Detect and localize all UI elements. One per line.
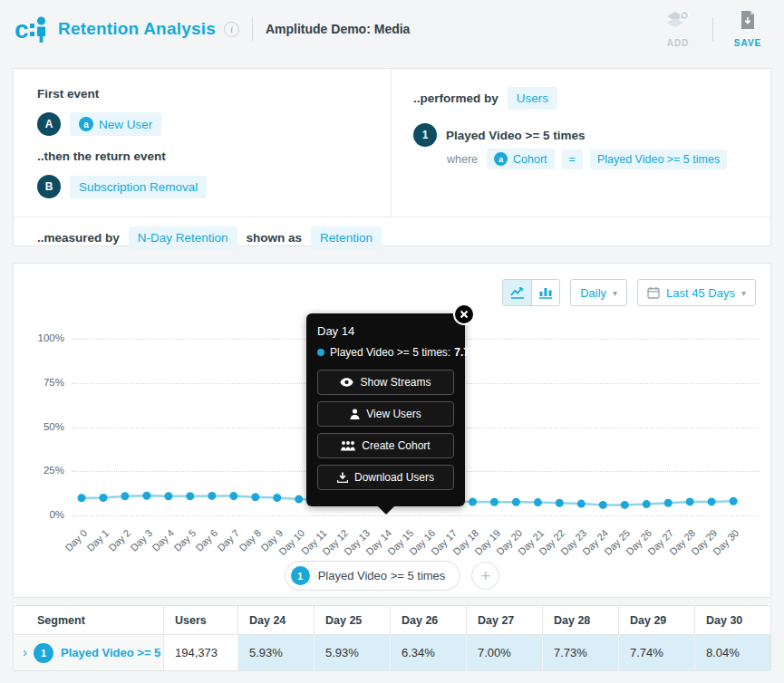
tooltip-title: Day 14 bbox=[317, 324, 454, 338]
chart-panel: Daily ▾ Last 45 Days ▾ 0%25%50%75%100% D… bbox=[13, 263, 771, 598]
segment-section: ..performed by Users 1 Played Video >= 5… bbox=[392, 69, 770, 216]
create-cohort-button[interactable]: Create Cohort bbox=[317, 433, 454, 458]
svg-text:a: a bbox=[498, 155, 504, 164]
segment-cell[interactable]: › 1 Played Video >= 5 t... bbox=[14, 635, 163, 670]
data-point[interactable] bbox=[664, 499, 673, 507]
chevron-down-icon: ▾ bbox=[613, 288, 617, 298]
y-axis-tick-label: 75% bbox=[21, 377, 64, 388]
data-point[interactable] bbox=[730, 497, 738, 505]
column-header-day26: Day 26 bbox=[390, 606, 466, 634]
data-point[interactable] bbox=[229, 492, 237, 500]
data-point[interactable] bbox=[121, 492, 129, 500]
data-point[interactable] bbox=[208, 492, 216, 500]
svg-text:a: a bbox=[83, 120, 89, 130]
date-range-dropdown[interactable]: Last 45 Days ▾ bbox=[637, 279, 756, 306]
interval-dropdown[interactable]: Daily ▾ bbox=[570, 279, 627, 306]
add-series-button[interactable]: + bbox=[471, 562, 499, 590]
users-cell: 194,373 bbox=[163, 635, 237, 670]
data-point[interactable] bbox=[251, 493, 259, 501]
x-axis-tick-label: Day 2 bbox=[107, 527, 133, 553]
x-axis-tick-label: Day 3 bbox=[129, 527, 155, 553]
where-operator-pill[interactable]: = bbox=[562, 149, 583, 169]
cohort-icon: a bbox=[494, 152, 508, 166]
chevron-down-icon: ▾ bbox=[741, 288, 746, 298]
day27-cell[interactable]: 7.00% bbox=[466, 635, 542, 670]
data-point[interactable] bbox=[100, 494, 108, 502]
column-header-segment: Segment bbox=[14, 606, 163, 634]
add-button[interactable]: ADD bbox=[656, 10, 700, 48]
add-button-label: ADD bbox=[667, 38, 690, 48]
day26-cell[interactable]: 6.34% bbox=[390, 635, 466, 670]
interval-value: Daily bbox=[580, 286, 606, 300]
chart-toolbar: Daily ▾ Last 45 Days ▾ bbox=[502, 279, 756, 306]
x-axis-tick-label: Day 8 bbox=[237, 527, 263, 553]
data-point[interactable] bbox=[164, 492, 172, 500]
data-point[interactable] bbox=[621, 501, 629, 509]
header: c Retention Analysis i Amplitude Demo: M… bbox=[0, 0, 784, 58]
data-point[interactable] bbox=[599, 501, 607, 509]
tooltip-series-label: Played Video >= 5 times: bbox=[330, 346, 450, 359]
day28-cell[interactable]: 7.73% bbox=[542, 635, 618, 670]
day25-cell[interactable]: 5.93% bbox=[314, 635, 390, 670]
day29-cell[interactable]: 7.74% bbox=[618, 635, 694, 670]
bar-chart-icon bbox=[538, 286, 553, 299]
download-icon bbox=[337, 472, 348, 483]
info-icon[interactable]: i bbox=[224, 22, 239, 37]
data-point[interactable] bbox=[295, 495, 303, 504]
data-point[interactable] bbox=[186, 492, 194, 500]
definition-panel: First event A a New User ..then the retu… bbox=[13, 68, 771, 246]
day30-cell[interactable]: 8.04% bbox=[694, 635, 770, 670]
data-point[interactable] bbox=[490, 498, 498, 506]
data-point[interactable] bbox=[78, 494, 86, 502]
data-point[interactable] bbox=[577, 500, 586, 508]
y-axis-tick-label: 50% bbox=[21, 421, 64, 432]
data-point[interactable] bbox=[273, 494, 281, 502]
event-b-label: Subscription Removal bbox=[79, 180, 198, 194]
x-axis-tick-label: Day 4 bbox=[150, 527, 177, 553]
segment-title: Played Video >= 5 times bbox=[446, 129, 586, 142]
view-users-button[interactable]: View Users bbox=[317, 401, 454, 427]
tooltip-arrow bbox=[377, 505, 395, 515]
show-streams-button[interactable]: Show Streams bbox=[317, 370, 454, 395]
retention-analysis-screen: c Retention Analysis i Amplitude Demo: M… bbox=[0, 0, 784, 683]
where-value-pill[interactable]: Played Video >= 5 times bbox=[590, 149, 727, 169]
performed-by-pill[interactable]: Users bbox=[508, 87, 557, 110]
where-label: where bbox=[447, 153, 478, 166]
data-point[interactable] bbox=[643, 500, 651, 508]
column-header-day27: Day 27 bbox=[466, 606, 542, 634]
legend-series-pill[interactable]: 1 Played Video >= 5 times bbox=[285, 561, 461, 591]
where-property-pill[interactable]: a Cohort bbox=[487, 149, 555, 169]
close-icon bbox=[460, 310, 469, 319]
chart-tooltip: Day 14 Played Video >= 5 times: 7.75% Sh… bbox=[306, 313, 465, 506]
data-point[interactable] bbox=[142, 492, 150, 500]
data-point[interactable] bbox=[708, 497, 716, 505]
data-point[interactable] bbox=[534, 498, 542, 506]
line-chart-toggle[interactable] bbox=[503, 280, 531, 305]
event-b-pill[interactable]: Subscription Removal bbox=[70, 176, 207, 198]
tooltip-close-button[interactable] bbox=[453, 303, 475, 325]
header-divider bbox=[252, 17, 253, 41]
cohort-group-icon bbox=[341, 440, 355, 451]
measured-by-pill[interactable]: N-Day Retention bbox=[129, 226, 237, 249]
table-header-row: Segment Users Day 24 Day 25 Day 26 Day 2… bbox=[14, 606, 770, 635]
data-point[interactable] bbox=[686, 497, 694, 505]
save-button[interactable]: SAVE bbox=[726, 10, 769, 48]
data-point[interactable] bbox=[512, 498, 520, 506]
series-dot-icon bbox=[317, 349, 324, 356]
shown-as-label: shown as bbox=[247, 231, 303, 245]
date-range-value: Last 45 Days bbox=[666, 286, 735, 300]
column-header-users: Users bbox=[163, 606, 237, 634]
project-name: Amplitude Demo: Media bbox=[266, 22, 410, 36]
y-axis-tick-label: 100% bbox=[21, 332, 64, 343]
data-point[interactable] bbox=[469, 498, 477, 506]
data-point[interactable] bbox=[556, 499, 564, 507]
expand-row-chevron-icon[interactable]: › bbox=[23, 644, 27, 659]
chart-legend: 1 Played Video >= 5 times + bbox=[14, 561, 770, 591]
bar-chart-toggle[interactable] bbox=[531, 280, 559, 305]
event-a-badge: A bbox=[37, 112, 61, 136]
shown-as-pill[interactable]: Retention bbox=[311, 226, 382, 249]
y-axis-tick-label: 25% bbox=[21, 465, 64, 476]
day24-cell[interactable]: 5.93% bbox=[237, 635, 314, 670]
event-a-pill[interactable]: a New User bbox=[70, 112, 161, 136]
download-users-button[interactable]: Download Users bbox=[317, 465, 454, 490]
